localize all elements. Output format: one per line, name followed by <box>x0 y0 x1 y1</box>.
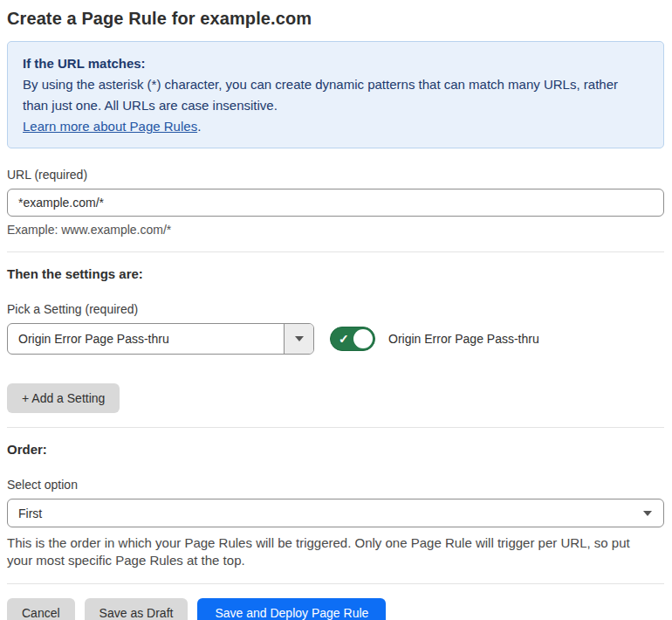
setting-dropdown-arrow-button[interactable] <box>284 324 313 354</box>
cancel-button[interactable]: Cancel <box>7 598 75 620</box>
footer-actions: Cancel Save as Draft Save and Deploy Pag… <box>7 598 664 620</box>
section-divider <box>7 251 664 252</box>
setting-row: Origin Error Page Pass-thru ✓ Origin Err… <box>7 323 664 355</box>
pick-setting-label: Pick a Setting (required) <box>7 302 664 316</box>
order-select-value: First <box>18 506 42 520</box>
save-as-draft-button[interactable]: Save as Draft <box>85 598 189 620</box>
order-helper-text: This is the order in which your Page Rul… <box>7 534 657 569</box>
add-setting-button[interactable]: + Add a Setting <box>7 383 120 413</box>
order-select-label: Select option <box>7 478 664 492</box>
section-divider <box>7 427 664 428</box>
footer-divider <box>7 583 664 584</box>
toggle-label: Origin Error Page Pass-thru <box>388 332 539 346</box>
info-box-heading: If the URL matches: <box>23 56 146 71</box>
page-title: Create a Page Rule for example.com <box>7 9 664 29</box>
order-select[interactable]: First <box>7 499 664 527</box>
setting-dropdown-value: Origin Error Page Pass-thru <box>8 324 284 354</box>
link-period: . <box>197 119 201 134</box>
save-and-deploy-button[interactable]: Save and Deploy Page Rule <box>197 598 386 620</box>
url-field-label: URL (required) <box>7 168 664 182</box>
caret-down-icon <box>643 511 652 516</box>
create-page-rule-panel: Create a Page Rule for example.com If th… <box>0 0 672 620</box>
check-icon: ✓ <box>339 333 349 345</box>
setting-dropdown[interactable]: Origin Error Page Pass-thru <box>7 323 314 355</box>
origin-error-pass-thru-toggle[interactable]: ✓ <box>330 327 375 351</box>
info-box-body: By using the asterisk (*) character, you… <box>23 74 634 116</box>
url-match-info-box: If the URL matches: By using the asteris… <box>7 41 664 148</box>
url-field-helper: Example: www.example.com/* <box>7 223 664 237</box>
settings-section-heading: Then the settings are: <box>7 266 664 281</box>
caret-down-icon <box>295 336 304 341</box>
url-input[interactable] <box>7 189 664 217</box>
learn-more-link[interactable]: Learn more about Page Rules <box>23 119 197 134</box>
toggle-knob <box>353 329 373 348</box>
order-section-heading: Order: <box>7 442 664 457</box>
